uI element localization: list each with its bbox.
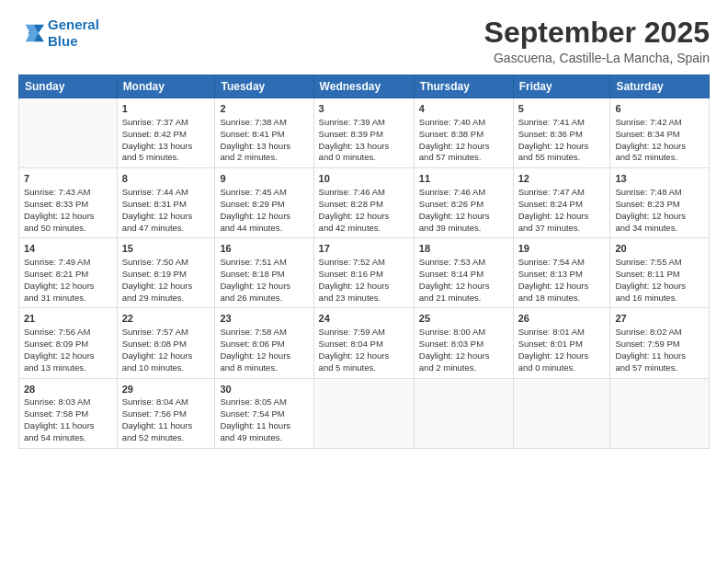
calendar-cell: 20Sunrise: 7:55 AMSunset: 8:11 PMDayligh… [610, 238, 710, 308]
cell-info-line: Daylight: 11 hours [122, 420, 210, 432]
cell-info-line: and 57 minutes. [615, 362, 704, 374]
day-number: 19 [518, 242, 606, 256]
cell-info-line: and 39 minutes. [419, 223, 508, 235]
calendar-cell: 7Sunrise: 7:43 AMSunset: 8:33 PMDaylight… [19, 168, 118, 238]
cell-info-line: Daylight: 12 hours [24, 350, 112, 362]
cell-info-line: and 49 minutes. [220, 432, 308, 444]
cell-info-line: Sunset: 8:23 PM [615, 199, 704, 211]
calendar-cell: 23Sunrise: 7:58 AMSunset: 8:06 PMDayligh… [215, 308, 313, 378]
day-number: 21 [24, 312, 112, 326]
calendar-cell: 3Sunrise: 7:39 AMSunset: 8:39 PMDaylight… [313, 98, 414, 168]
cell-info-line: Sunrise: 7:50 AM [122, 257, 210, 269]
cell-info-line: Daylight: 12 hours [319, 211, 409, 223]
cell-info-line: Sunset: 8:01 PM [518, 339, 606, 350]
cell-info-line: Sunrise: 8:05 AM [220, 396, 308, 408]
day-number: 29 [122, 383, 210, 396]
cell-info-line: Sunset: 8:09 PM [24, 339, 112, 350]
cell-info-line: Sunset: 8:26 PM [419, 199, 508, 211]
calendar-header-row: Sunday Monday Tuesday Wednesday Thursday… [19, 75, 710, 98]
calendar-cell: 22Sunrise: 7:57 AMSunset: 8:08 PMDayligh… [117, 308, 215, 378]
day-number: 27 [615, 312, 704, 326]
cell-info-line: Sunrise: 8:00 AM [419, 327, 508, 339]
cell-info-line: Daylight: 12 hours [319, 281, 409, 293]
cell-info-line: Sunset: 8:41 PM [220, 129, 308, 141]
cell-info-line: Sunrise: 7:53 AM [419, 257, 508, 269]
cell-info-line: Daylight: 13 hours [319, 141, 409, 153]
calendar-cell: 6Sunrise: 7:42 AMSunset: 8:34 PMDaylight… [610, 98, 710, 168]
cell-info-line: Sunset: 8:24 PM [518, 199, 606, 211]
cell-info-line: and 10 minutes. [122, 362, 210, 374]
cell-info-line: and 8 minutes. [220, 362, 308, 374]
cell-info-line: and 21 minutes. [419, 293, 508, 304]
day-number: 8 [122, 172, 210, 186]
calendar-cell: 12Sunrise: 7:47 AMSunset: 8:24 PMDayligh… [513, 168, 610, 238]
cell-info-line: Sunset: 8:36 PM [518, 129, 606, 141]
calendar-cell: 24Sunrise: 7:59 AMSunset: 8:04 PMDayligh… [313, 308, 414, 378]
calendar-cell: 9Sunrise: 7:45 AMSunset: 8:29 PMDaylight… [215, 168, 313, 238]
day-number: 12 [518, 172, 606, 186]
cell-info-line: Daylight: 12 hours [220, 350, 308, 362]
col-thursday: Thursday [414, 75, 513, 98]
cell-info-line: Sunrise: 7:46 AM [319, 187, 409, 199]
calendar-cell: 4Sunrise: 7:40 AMSunset: 8:38 PMDaylight… [414, 98, 513, 168]
cell-info-line: Sunset: 8:14 PM [419, 269, 508, 281]
cell-info-line: Daylight: 12 hours [319, 350, 409, 362]
cell-info-line: Daylight: 12 hours [122, 281, 210, 293]
cell-info-line: Sunrise: 7:56 AM [24, 327, 112, 339]
cell-info-line: Daylight: 11 hours [24, 420, 112, 432]
day-number: 6 [615, 102, 704, 116]
calendar-week-row: 21Sunrise: 7:56 AMSunset: 8:09 PMDayligh… [19, 308, 710, 378]
cell-info-line: Sunset: 8:21 PM [24, 269, 112, 281]
calendar-cell: 8Sunrise: 7:44 AMSunset: 8:31 PMDaylight… [117, 168, 215, 238]
calendar-cell: 5Sunrise: 7:41 AMSunset: 8:36 PMDaylight… [513, 98, 610, 168]
cell-info-line: and 44 minutes. [220, 223, 308, 235]
calendar-cell: 16Sunrise: 7:51 AMSunset: 8:18 PMDayligh… [215, 238, 313, 308]
day-number: 5 [518, 102, 606, 116]
calendar-cell: 2Sunrise: 7:38 AMSunset: 8:41 PMDaylight… [215, 98, 313, 168]
day-number: 4 [419, 102, 508, 116]
cell-info-line: Sunset: 7:58 PM [24, 408, 112, 420]
cell-info-line: and 5 minutes. [122, 152, 210, 164]
day-number: 26 [518, 312, 606, 326]
cell-info-line: Sunset: 8:31 PM [122, 199, 210, 211]
col-sunday: Sunday [19, 75, 118, 98]
cell-info-line: Daylight: 12 hours [24, 281, 112, 293]
cell-info-line: Sunrise: 7:38 AM [220, 117, 308, 129]
cell-info-line: and 52 minutes. [615, 152, 704, 164]
calendar-cell: 27Sunrise: 8:02 AMSunset: 7:59 PMDayligh… [610, 308, 710, 378]
day-number: 22 [122, 312, 210, 326]
cell-info-line: Daylight: 12 hours [122, 211, 210, 223]
cell-info-line: and 47 minutes. [122, 223, 210, 235]
cell-info-line: and 50 minutes. [24, 223, 112, 235]
cell-info-line: Daylight: 12 hours [220, 211, 308, 223]
cell-info-line: Daylight: 12 hours [220, 281, 308, 293]
cell-info-line: and 55 minutes. [518, 152, 606, 164]
cell-info-line: Sunrise: 7:58 AM [220, 327, 308, 339]
cell-info-line: Sunrise: 7:41 AM [518, 117, 606, 129]
col-monday: Monday [117, 75, 215, 98]
calendar-week-row: 7Sunrise: 7:43 AMSunset: 8:33 PMDaylight… [19, 168, 710, 238]
cell-info-line: Daylight: 11 hours [615, 350, 704, 362]
cell-info-line: Daylight: 13 hours [220, 141, 308, 153]
cell-info-line: Sunrise: 7:42 AM [615, 117, 704, 129]
cell-info-line: Sunrise: 7:46 AM [419, 187, 508, 199]
calendar-week-row: 1Sunrise: 7:37 AMSunset: 8:42 PMDaylight… [19, 98, 710, 168]
logo-text: General Blue [48, 17, 99, 50]
cell-info-line: Daylight: 12 hours [419, 141, 508, 153]
cell-info-line: and 52 minutes. [122, 432, 210, 444]
cell-info-line: Sunset: 8:28 PM [319, 199, 409, 211]
calendar-cell: 13Sunrise: 7:48 AMSunset: 8:23 PMDayligh… [610, 168, 710, 238]
cell-info-line: and 0 minutes. [518, 362, 606, 374]
calendar-cell: 17Sunrise: 7:52 AMSunset: 8:16 PMDayligh… [313, 238, 414, 308]
page: General Blue September 2025 Gascuena, Ca… [0, 0, 728, 563]
calendar-cell: 28Sunrise: 8:03 AMSunset: 7:58 PMDayligh… [19, 378, 118, 448]
cell-info-line: Sunrise: 7:40 AM [419, 117, 508, 129]
calendar-cell: 10Sunrise: 7:46 AMSunset: 8:28 PMDayligh… [313, 168, 414, 238]
day-number: 24 [319, 312, 409, 326]
cell-info-line: Sunrise: 7:49 AM [24, 257, 112, 269]
calendar-cell [414, 378, 513, 448]
cell-info-line: Sunset: 8:33 PM [24, 199, 112, 211]
cell-info-line: Sunset: 8:39 PM [319, 129, 409, 141]
col-wednesday: Wednesday [313, 75, 414, 98]
cell-info-line: Sunset: 8:11 PM [615, 269, 704, 281]
